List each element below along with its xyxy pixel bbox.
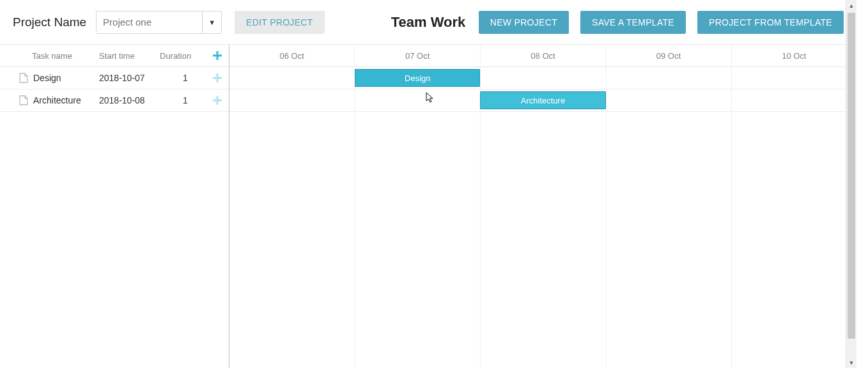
timeline-header-cell: 07 Oct [355, 45, 480, 66]
table-row[interactable]: Architecture 2018-10-08 1 [0, 89, 229, 112]
project-select[interactable]: ▼ [96, 11, 222, 34]
column-header-task: Task name [0, 51, 99, 61]
file-icon [19, 95, 28, 105]
task-duration: 1 [160, 73, 205, 83]
chevron-down-icon[interactable]: ▼ [202, 12, 221, 33]
scroll-down-arrow-icon[interactable]: ▼ [846, 357, 857, 368]
column-header-duration: Duration [160, 51, 205, 61]
task-start: 2018-10-08 [99, 95, 160, 105]
project-select-input[interactable] [97, 12, 202, 33]
timeline-header-cell: 10 Oct [732, 45, 856, 66]
file-icon [19, 73, 28, 83]
timeline-header-cell: 08 Oct [481, 45, 606, 66]
gantt-bar-design[interactable]: Design [355, 69, 480, 87]
edit-project-button[interactable]: EDIT PROJECT [235, 11, 324, 34]
plus-icon [213, 73, 222, 82]
scroll-up-arrow-icon[interactable]: ▲ [846, 0, 857, 11]
plus-icon [213, 51, 222, 60]
table-row[interactable]: Design 2018-10-07 1 [0, 67, 229, 89]
add-task-header-button[interactable] [205, 51, 229, 60]
column-header-start: Start time [99, 51, 160, 61]
add-subtask-button[interactable] [205, 73, 229, 82]
project-name-label: Project Name [13, 15, 86, 29]
scroll-thumb[interactable] [848, 13, 855, 339]
new-project-button[interactable]: NEW PROJECT [479, 11, 569, 34]
plus-icon [213, 96, 222, 105]
page-title: Team Work [391, 14, 466, 31]
project-from-template-button[interactable]: PROJECT FROM TEMPLATE [697, 11, 844, 34]
add-subtask-button[interactable] [205, 96, 229, 105]
gantt-bar-architecture[interactable]: Architecture [480, 91, 605, 109]
task-duration: 1 [160, 95, 205, 105]
task-name: Design [33, 73, 61, 83]
timeline-header-cell: 06 Oct [229, 45, 355, 66]
task-start: 2018-10-07 [99, 73, 160, 83]
task-name: Architecture [33, 95, 81, 105]
save-template-button[interactable]: SAVE A TEMPLATE [580, 11, 686, 34]
timeline-header-cell: 09 Oct [606, 45, 731, 66]
vertical-scrollbar[interactable]: ▲ ▼ [846, 0, 856, 368]
